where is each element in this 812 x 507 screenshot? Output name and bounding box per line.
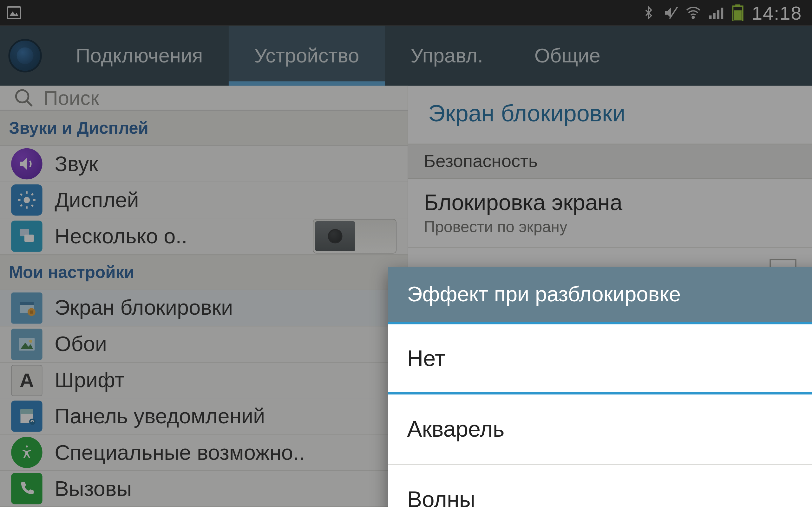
- option-label: Волны: [407, 487, 475, 507]
- option-label: Акварель: [407, 417, 505, 442]
- dialog-option-none[interactable]: Нет: [388, 322, 812, 395]
- option-label: Нет: [407, 346, 445, 371]
- dialog-option-waves[interactable]: Волны: [388, 464, 812, 507]
- dialog-option-watercolor[interactable]: Акварель: [388, 395, 812, 465]
- dialog-title: Эффект при разблокировке: [388, 267, 812, 322]
- unlock-effect-dialog: Эффект при разблокировке Нет Акварель Во…: [388, 267, 812, 507]
